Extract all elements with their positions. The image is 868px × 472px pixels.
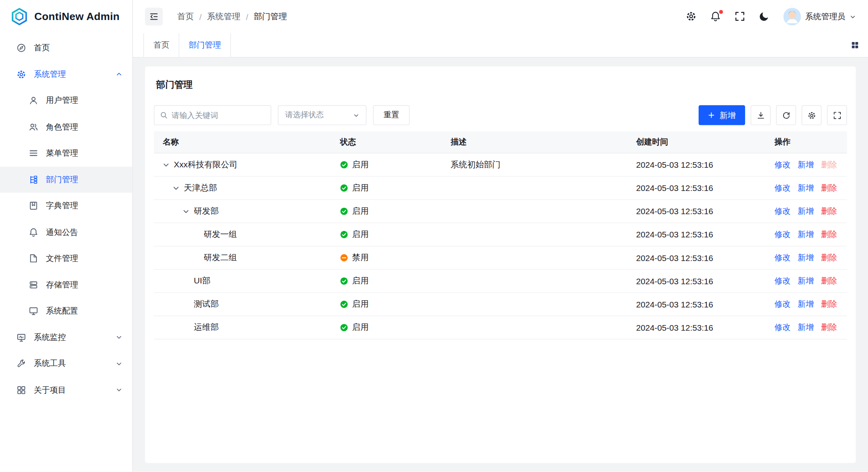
fullscreen-icon	[833, 111, 841, 119]
status-label: 启用	[352, 322, 369, 333]
add-child-link[interactable]: 新增	[798, 183, 814, 193]
add-child-link[interactable]: 新增	[798, 159, 814, 170]
delete-link[interactable]: 删除	[821, 299, 837, 309]
delete-link[interactable]: 删除	[821, 183, 837, 193]
add-child-link[interactable]: 新增	[798, 322, 814, 333]
status-enabled-icon	[340, 277, 348, 285]
sidebar-item-users[interactable]: 用户管理	[0, 88, 132, 114]
sidebar-item-system[interactable]: 系统管理	[0, 61, 132, 88]
status-select[interactable]: 请选择状态	[278, 105, 366, 125]
table-settings-button[interactable]	[802, 105, 822, 125]
avatar	[783, 8, 801, 25]
breadcrumb-home[interactable]: 首页	[177, 11, 194, 22]
sidebar-item-home[interactable]: 首页	[0, 35, 132, 61]
modify-link[interactable]: 修改	[774, 159, 790, 170]
fullscreen-icon[interactable]	[734, 11, 746, 22]
add-department-button[interactable]: 新增	[699, 105, 745, 125]
dept-created: 2024-05-03 12:53:16	[636, 160, 774, 170]
delete-link[interactable]: 删除	[821, 159, 837, 170]
modify-link[interactable]: 修改	[774, 229, 790, 240]
app-logo[interactable]: ContiNew Admin	[0, 0, 132, 33]
status-enabled-icon	[340, 184, 348, 192]
sidebar-item-about[interactable]: 关于项目	[0, 377, 132, 403]
chevron-down-icon	[116, 387, 122, 394]
topbar: 首页 / 系统管理 / 部门管理	[133, 0, 868, 33]
dark-mode-moon-icon[interactable]	[759, 11, 770, 22]
sidebar-item-label: 角色管理	[46, 122, 122, 132]
sidebar-item-monitor[interactable]: 系统监控	[0, 324, 132, 351]
home-icon	[16, 43, 26, 53]
sidebar-item-config[interactable]: 系统配置	[0, 298, 132, 324]
refresh-button[interactable]	[776, 105, 796, 125]
add-child-link[interactable]: 新增	[798, 229, 814, 240]
dept-name: UI部	[194, 276, 210, 286]
sidebar-item-label: 字典管理	[46, 201, 122, 211]
file-icon	[29, 253, 39, 263]
row-collapse-icon[interactable]	[173, 185, 180, 191]
refresh-icon	[782, 111, 790, 119]
dept-name: 研发部	[194, 206, 219, 217]
sidebar-item-notices[interactable]: 通知公告	[0, 219, 132, 245]
search-input[interactable]	[172, 111, 265, 120]
modify-link[interactable]: 修改	[774, 276, 790, 286]
table-row: 研发部 启用 2024-05-03 12:53:16 修改 新增 删除	[154, 200, 847, 223]
row-collapse-icon[interactable]	[163, 161, 170, 168]
delete-link[interactable]: 删除	[821, 253, 837, 263]
table-row: 运维部 启用 2024-05-03 12:53:16 修改 新增 删除	[154, 316, 847, 339]
modify-link[interactable]: 修改	[774, 206, 790, 217]
dept-name: 研发一组	[204, 229, 237, 240]
sidebar-item-menus[interactable]: 菜单管理	[0, 140, 132, 167]
delete-link[interactable]: 删除	[821, 276, 837, 286]
toolbar-right: 新增	[699, 105, 847, 125]
sidebar-item-roles[interactable]: 角色管理	[0, 114, 132, 140]
delete-link[interactable]: 删除	[821, 322, 837, 333]
sidebar-item-tools[interactable]: 系统工具	[0, 351, 132, 377]
tab-departments[interactable]: 部门管理	[179, 33, 231, 57]
status-enabled-icon	[340, 230, 348, 239]
sidebar-item-dictionary[interactable]: 字典管理	[0, 193, 132, 219]
status-enabled-icon	[340, 323, 348, 332]
monitor-icon	[16, 332, 26, 342]
keyword-search[interactable]	[154, 105, 271, 125]
breadcrumb-separator: /	[199, 12, 202, 22]
tab-actions-grid-icon[interactable]	[851, 33, 859, 57]
tab-bar: 首页 部门管理	[133, 33, 868, 58]
reset-button[interactable]: 重置	[373, 105, 409, 125]
table-row: 研发二组 禁用 2024-05-03 12:53:16 修改 新增 删除	[154, 247, 847, 270]
page-content: 部门管理 请选择状态 重置	[133, 58, 868, 472]
modify-link[interactable]: 修改	[774, 299, 790, 309]
tab-home[interactable]: 首页	[143, 33, 179, 57]
status-disabled-icon	[340, 254, 348, 262]
sidebar-collapse-button[interactable]	[145, 8, 162, 25]
modify-link[interactable]: 修改	[774, 183, 790, 193]
export-download-button[interactable]	[751, 105, 771, 125]
delete-link[interactable]: 删除	[821, 206, 837, 217]
row-collapse-icon[interactable]	[182, 208, 189, 215]
chevron-down-icon	[116, 334, 122, 341]
status-label: 启用	[352, 229, 369, 240]
add-child-link[interactable]: 新增	[798, 253, 814, 263]
breadcrumb-system[interactable]: 系统管理	[207, 11, 241, 22]
modify-link[interactable]: 修改	[774, 253, 790, 263]
dept-created: 2024-05-03 12:53:16	[636, 253, 774, 263]
sidebar-item-files[interactable]: 文件管理	[0, 245, 132, 272]
delete-link[interactable]: 删除	[821, 229, 837, 240]
add-child-link[interactable]: 新增	[798, 276, 814, 286]
sidebar-item-departments[interactable]: 部门管理	[0, 167, 132, 193]
user-menu[interactable]: 系统管理员	[783, 8, 856, 25]
table-fullscreen-button[interactable]	[827, 105, 847, 125]
status-label: 启用	[352, 206, 369, 217]
notification-bell-icon[interactable]	[710, 11, 721, 22]
sidebar-item-label: 菜单管理	[46, 148, 122, 159]
add-child-link[interactable]: 新增	[798, 299, 814, 309]
sidebar-nav: 首页 系统管理 用户管理	[0, 33, 132, 403]
add-child-link[interactable]: 新增	[798, 206, 814, 217]
settings-icon[interactable]	[686, 11, 697, 22]
plus-icon	[708, 112, 715, 119]
gear-icon	[808, 111, 816, 119]
col-created: 创建时间	[636, 137, 774, 147]
dept-name: 测试部	[194, 299, 219, 309]
table-row: 研发一组 启用 2024-05-03 12:53:16 修改 新增 删除	[154, 223, 847, 246]
sidebar-item-storage[interactable]: 存储管理	[0, 272, 132, 298]
modify-link[interactable]: 修改	[774, 322, 790, 333]
